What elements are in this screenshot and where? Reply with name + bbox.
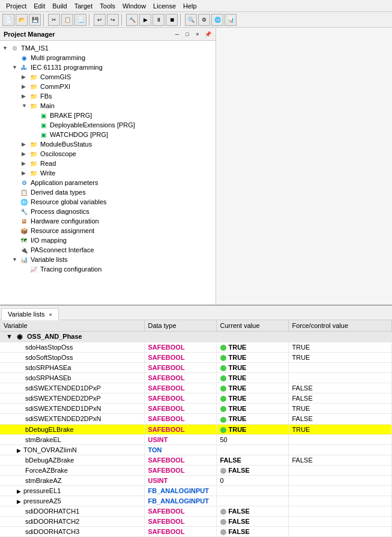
toolbar-btn-5[interactable]: 📋: [61, 14, 73, 26]
var-type-cell: SAFEBOOL: [144, 414, 216, 424]
toolbar-btn-2[interactable]: 📂: [16, 14, 28, 26]
status-dot: [220, 529, 226, 535]
var-name-cell: bDebugELBrake: [0, 424, 144, 434]
toolbar-btn-14[interactable]: ⚙: [198, 14, 210, 26]
menu-license[interactable]: License: [149, 1, 179, 11]
tree-item-process[interactable]: 🔧 Process diagnostics: [0, 207, 216, 216]
table-row: sdiDOORHATCH3SAFEBOOLFALSE: [0, 526, 392, 536]
tree-label-resources: Resource global variables: [31, 198, 107, 205]
var-type-label: SAFEBOOL: [148, 374, 185, 381]
var-name-label: pressureEL1: [23, 487, 61, 494]
tree-arrow-fbs: ▶: [22, 93, 29, 99]
toolbar-btn-9[interactable]: 🔨: [126, 14, 138, 26]
tree-icon-pasconn: 🔌: [19, 246, 29, 254]
tree-icon-read: 📁: [29, 159, 38, 168]
current-value: FALSE: [229, 528, 250, 535]
tree-item-modulebus[interactable]: ▶ 📁 ModuleBusStatus: [0, 139, 216, 149]
toolbar-btn-6[interactable]: 📃: [74, 14, 86, 26]
menu-project[interactable]: Project: [2, 1, 30, 11]
toolbar-btn-8[interactable]: ↪: [107, 14, 119, 26]
tree-item-brake[interactable]: ▣ BRAKE [PRG]: [0, 111, 216, 120]
tab-close-btn[interactable]: ×: [49, 312, 52, 318]
tree-item-main[interactable]: ▼ 📁 Main: [0, 101, 216, 111]
var-type-label: FB_ANALOGINPUT: [148, 497, 209, 505]
tree-item-multi[interactable]: ◉ Multi programming: [0, 53, 216, 62]
tree-label-commpxi: CommPXI: [40, 83, 70, 90]
tree-label-varlists: Variable lists: [31, 256, 68, 263]
tree-item-tma[interactable]: ▼ ⚙ TMA_IS1: [0, 43, 216, 53]
tree-label-write: Write: [40, 169, 55, 177]
toolbar-btn-11[interactable]: ⏸: [152, 14, 164, 26]
var-name-label: bDebugAZBrake: [25, 457, 74, 464]
tree-item-varlists[interactable]: ▼ 📊 Variable lists: [0, 255, 216, 264]
tree-item-resources[interactable]: 🌐 Resource global variables: [0, 197, 216, 207]
current-value: TRUE: [229, 405, 247, 412]
var-name-cell: ▶pressureEL1: [0, 485, 144, 496]
panel-maximize-btn[interactable]: □: [183, 30, 191, 38]
toolbar-btn-16[interactable]: 📊: [225, 14, 237, 26]
var-force-cell: [288, 526, 392, 536]
tree-item-read[interactable]: ▶ 📁 Read: [0, 159, 216, 168]
tree-item-oscilo[interactable]: ▶ 📁 Osciloscope: [0, 149, 216, 159]
group-expand-icon[interactable]: ▼: [6, 333, 13, 340]
tree-icon-resassign: 📦: [19, 226, 29, 235]
table-header-row: Variable Data type Current value Force/c…: [0, 320, 392, 332]
toolbar-btn-3[interactable]: 💾: [29, 14, 41, 26]
var-force-cell: [288, 362, 392, 372]
current-value: TRUE: [229, 354, 247, 361]
expand-arrow[interactable]: ▶: [17, 448, 21, 454]
toolbar-btn-10[interactable]: ▶: [139, 14, 151, 26]
tree-item-hardware[interactable]: 🖥 Hardware configuration: [0, 216, 216, 226]
toolbar-btn-7[interactable]: ↩: [94, 14, 106, 26]
menu-edit[interactable]: Edit: [30, 1, 49, 11]
var-type-label: SAFEBOOL: [148, 528, 185, 535]
tree-icon-derived: 📋: [19, 188, 29, 196]
panel-close-btn[interactable]: ×: [193, 30, 202, 38]
tree-item-iec[interactable]: ▼ 🖧 IEC 61131 programming: [0, 62, 216, 72]
tree-item-deployable[interactable]: ▣ DeployableExtensions [PRG]: [0, 120, 216, 130]
menu-window[interactable]: Window: [119, 1, 149, 11]
var-type-label: TON: [148, 446, 162, 454]
tree-arrow-commpxi: ▶: [22, 83, 29, 90]
var-name-label: sdiSWEXTENDED2DPxP: [25, 395, 101, 402]
menu-help[interactable]: Help: [179, 1, 201, 11]
status-dot: [220, 396, 226, 402]
tree-item-tracing[interactable]: 📈 Tracing configuration: [0, 264, 216, 274]
tree-item-appparams[interactable]: ⚙ Application parameters: [0, 178, 216, 187]
toolbar-btn-15[interactable]: 🌐: [211, 14, 223, 26]
current-value: TRUE: [229, 415, 247, 422]
tree-arrow-read: ▶: [22, 160, 29, 166]
var-name-cell: ForceAZBrake: [0, 465, 144, 475]
tree-item-iomap[interactable]: 🗺 I/O mapping: [0, 235, 216, 245]
variable-table: Variable Data type Current value Force/c…: [0, 320, 392, 537]
panel-pin-btn[interactable]: 📌: [204, 30, 212, 38]
force-value: TRUE: [292, 426, 310, 433]
panel-minimize-btn[interactable]: ─: [173, 30, 181, 38]
toolbar-btn-1[interactable]: 📄: [2, 14, 14, 26]
expand-arrow[interactable]: ▶: [17, 488, 21, 494]
tree-item-derived[interactable]: 📋 Derived data types: [0, 187, 216, 197]
tree-item-commgis[interactable]: ▶ 📁 CommGIS: [0, 72, 216, 82]
tab-variable-lists[interactable]: Variable lists ×: [1, 308, 59, 320]
var-current-cell: [216, 496, 288, 506]
toolbar-btn-12[interactable]: ⏹: [166, 14, 178, 26]
menu-build[interactable]: Build: [49, 1, 70, 11]
tree-item-write[interactable]: ▶ 📁 Write: [0, 168, 216, 178]
menu-target[interactable]: Target: [71, 1, 97, 11]
var-current-cell: TRUE: [216, 383, 288, 393]
toolbar-btn-13[interactable]: 🔍: [185, 14, 197, 26]
sep-4: [180, 14, 182, 26]
tree-item-fbs[interactable]: ▶ 📁 FBs: [0, 91, 216, 101]
current-value: 50: [220, 436, 228, 443]
var-name-cell: sdoSRPHASEb: [0, 373, 144, 383]
tree-item-watchdog[interactable]: ▣ WATCHDOG [PRG]: [0, 130, 216, 139]
expand-arrow[interactable]: ▶: [17, 499, 21, 505]
tree-item-pasconn[interactable]: 🔌 PASconnect Interface: [0, 245, 216, 255]
top-section: Project Manager ─ □ × 📌 ▼ ⚙ TMA_IS1: [0, 28, 392, 306]
menu-tools[interactable]: Tools: [96, 1, 119, 11]
toolbar-btn-4[interactable]: ✂: [48, 14, 60, 26]
tree-label-commgis: CommGIS: [40, 73, 71, 80]
tree-item-commpxi[interactable]: ▶ 📁 CommPXI: [0, 82, 216, 91]
tree-item-resassign[interactable]: 📦 Resource assignment: [0, 226, 216, 235]
var-type-cell: USINT: [144, 434, 216, 444]
